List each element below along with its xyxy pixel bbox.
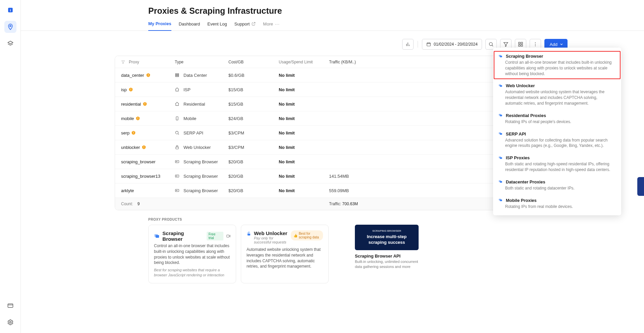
type-label: Web Unlocker [183,145,211,150]
type-icon [175,159,180,164]
dropdown-title: Datacenter Proxies [506,179,545,184]
warning-icon [146,73,151,77]
svg-rect-10 [427,43,431,46]
divider [418,41,418,48]
dropdown-item[interactable]: Web UnlockerAutomated website unlocking … [493,80,621,109]
product-icon [498,113,503,118]
proxy-name: scraping_browser13 [121,174,160,179]
thumbs-up-icon: 👍 [293,234,298,237]
tab-dashboard[interactable]: Dashboard [179,21,200,31]
dropdown-desc: Rotating IPs from real mobile devices. [498,204,616,210]
svg-text:i: i [10,8,11,12]
cost: $0.6/GB [228,73,279,78]
dropdown-desc: Rotating IPs of real people's devices. [498,119,616,125]
dropdown-item[interactable]: ISP ProxiesBoth static and rotating high… [493,152,621,176]
dropdown-item[interactable]: Residential ProxiesRotating IPs of real … [493,110,621,128]
svg-point-23 [535,46,536,46]
accessibility-tab[interactable] [637,177,644,196]
limit: No limit [279,159,329,164]
sidebar: i [0,0,21,333]
sidebar-settings-icon[interactable] [4,316,16,328]
dropdown-item[interactable]: Scraping BrowserControl an all-in-one br… [493,50,621,80]
unlock-icon [247,230,251,237]
dropdown-item[interactable]: Mobile ProxiesRotating IPs from real mob… [493,195,621,213]
video-icon[interactable] [226,234,230,238]
col-limit[interactable]: Usage/Spend Limit [279,60,329,64]
svg-rect-20 [521,45,523,46]
banner-desc: Built-in unlocking, unlimited concurrent… [355,259,419,270]
type-label: ISP [183,87,191,92]
warning-icon [143,102,147,106]
date-range-picker[interactable]: 01/02/2024 - 20/02/2024 [422,39,482,50]
warning-icon [128,87,133,92]
free-trial-badge: Free trial [207,232,223,240]
proxy-name: mobile [121,116,134,121]
svg-rect-70 [500,115,502,116]
promo-title: Scraping Browser [162,230,204,242]
promo-web-unlocker[interactable]: Web UnlockerPay only for successful requ… [241,225,329,283]
svg-point-40 [175,131,178,134]
svg-line-15 [492,45,493,46]
sidebar-proxies-icon[interactable] [4,21,16,33]
svg-rect-32 [145,103,145,104]
promo-best: Best for scraping websites that require … [154,268,230,278]
dropdown-item[interactable]: SERP APIAdvanced solution for collecting… [493,128,621,152]
promo-banner[interactable]: SCRAPING BROWSER Increase multi-step scr… [355,225,419,283]
svg-point-2 [9,25,11,26]
svg-point-22 [535,44,536,45]
col-type[interactable]: Type [175,60,228,64]
toolbar: 01/02/2024 - 20/02/2024 Add [21,31,644,50]
limit: No limit [279,130,329,135]
proxy-name: data_center [121,73,144,78]
svg-point-50 [177,176,177,176]
svg-point-49 [176,176,176,176]
footer-traffic-label: Traffic: [329,202,341,206]
promo-title: Web Unlocker [254,230,291,236]
warning-icon [136,116,140,121]
banner-image: SCRAPING BROWSER Increase multi-step scr… [355,225,419,250]
sidebar-info-icon[interactable]: i [4,4,16,16]
sidebar-billing-icon[interactable] [4,299,16,312]
dropdown-desc: Both static and rotating high-speed resi… [498,161,616,173]
chart-button[interactable] [402,39,414,50]
proxy-name: scraping_browser [121,159,156,164]
svg-rect-38 [133,132,134,133]
svg-rect-62 [226,235,229,237]
product-icon [498,54,503,59]
type-icon [175,145,180,150]
type-icon [175,102,180,106]
tab-my-proxies[interactable]: My Proxies [148,21,171,31]
svg-rect-42 [144,146,144,148]
cost: $24/GB [228,116,279,121]
svg-rect-4 [8,304,13,308]
tab-more[interactable]: More··· [263,21,279,31]
col-traffic[interactable]: Traffic (KB/M..) [329,60,386,64]
tab-event-log[interactable]: Event Log [207,21,227,31]
traffic: 141.54MB [329,174,386,179]
svg-point-21 [535,42,536,43]
limit: No limit [279,145,329,150]
svg-rect-74 [500,157,502,159]
browser-icon [154,233,160,239]
promo-scraping-browser[interactable]: Scraping BrowserFree trial Control an al… [148,225,236,283]
chevron-down-icon [559,42,564,46]
type-icon [175,174,180,178]
type-label: Scraping Browser [183,159,218,164]
dropdown-title: Residential Proxies [506,113,546,118]
col-proxy[interactable]: Proxy [129,60,139,64]
footer-count: 9 [138,202,140,206]
proxy-name: unblocker [121,145,140,150]
type-icon [175,130,180,135]
sidebar-layers-icon[interactable] [4,38,16,50]
col-cost[interactable]: Cost/GB [228,60,279,64]
banner-brand: SCRAPING BROWSER [372,229,401,233]
svg-rect-43 [144,148,144,148]
product-icon [498,156,503,160]
limit: No limit [279,174,329,179]
limit: No limit [279,73,329,78]
tab-support[interactable]: Support [234,21,256,31]
dropdown-item[interactable]: Datacenter ProxiesBoth static and rotati… [493,176,621,195]
svg-rect-26 [148,76,148,76]
filter-icon [121,60,125,64]
limit: No limit [279,116,329,121]
